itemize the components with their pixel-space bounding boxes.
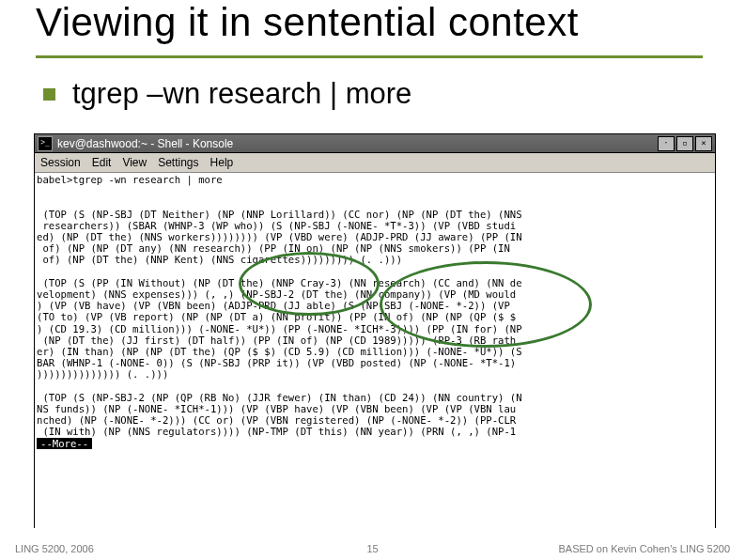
terminal-body: babel>tgrep -wn research | more (TOP (S … (35, 173, 715, 528)
menu-edit[interactable]: Edit (92, 156, 112, 169)
window-titlebar: >_ kev@dashwood:~ - Shell - Konsole · ▫ … (35, 134, 715, 153)
menu-settings[interactable]: Settings (158, 156, 198, 169)
terminal-window: >_ kev@dashwood:~ - Shell - Konsole · ▫ … (34, 133, 716, 528)
body-row: tgrep –wn research | more (43, 77, 411, 111)
menu-view[interactable]: View (122, 156, 147, 169)
maximize-button[interactable]: ▫ (676, 136, 693, 151)
window-title: kev@dashwood:~ - Shell - Konsole (57, 137, 233, 150)
footer-left: LING 5200, 2006 (15, 543, 94, 554)
menu-bar: Session Edit View Settings Help (35, 153, 715, 173)
body-text: tgrep –wn research | more (72, 77, 411, 111)
terminal-icon: >_ (38, 136, 53, 151)
minimize-button[interactable]: · (658, 136, 675, 151)
title-underline (36, 55, 703, 58)
footer-center: 15 (366, 543, 378, 554)
slide: Viewing it in sentential context tgrep –… (0, 0, 745, 560)
window-buttons: · ▫ × (658, 136, 712, 151)
close-button[interactable]: × (695, 136, 712, 151)
slide-title: Viewing it in sentential context (36, 0, 579, 45)
menu-help[interactable]: Help (210, 156, 234, 169)
bullet-icon (43, 88, 55, 101)
terminal-text: babel>tgrep -wn research | more (TOP (S … (35, 173, 715, 450)
menu-session[interactable]: Session (40, 156, 81, 169)
footer-right: BASED on Kevin Cohen's LING 5200 (559, 543, 730, 554)
more-indicator: --More-- (37, 438, 92, 449)
